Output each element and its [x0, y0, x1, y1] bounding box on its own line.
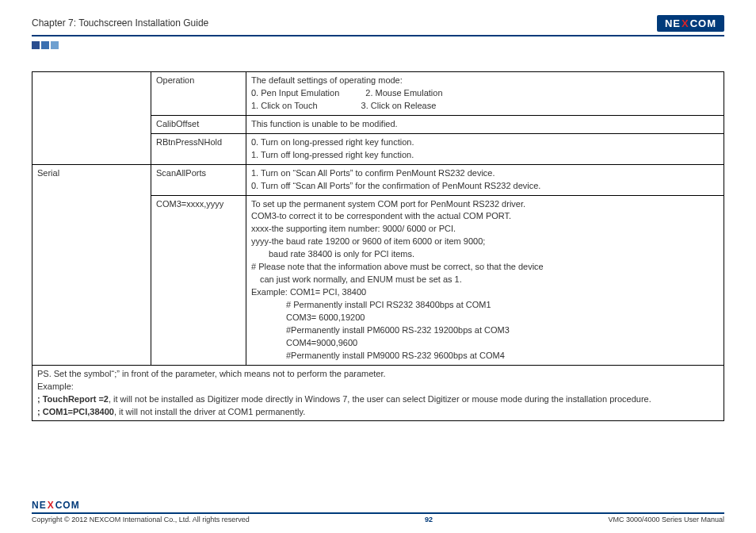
page-number: 92 — [425, 516, 433, 523]
desc-line: COM4=9000,9600 — [251, 338, 357, 347]
cell-note: PS. Set the symbol“;” in front of the pa… — [32, 365, 724, 421]
desc-line: 0. Pen Input Emulation 2. Mouse Emulatio… — [251, 88, 443, 98]
desc-line: To set up the permanent system COM port … — [251, 199, 525, 209]
desc-line: # Permanently install PCI RS232 38400bps… — [251, 300, 491, 309]
table-row-note: PS. Set the symbol“;” in front of the pa… — [32, 365, 724, 421]
desc-line: #Permanently install PM9000 RS-232 9600b… — [251, 351, 505, 360]
desc-line: 1. Click on Touch 3. Click on Release — [251, 101, 436, 110]
header-rule — [32, 35, 724, 36]
cell-param: CalibOffset — [151, 115, 246, 133]
cell-desc: This function is unable to be modified. — [246, 115, 724, 133]
desc-line: 0. Turn off “Scan All Ports” for the con… — [251, 181, 540, 190]
logo-pre: NE — [665, 17, 681, 29]
chapter-title: Chapter 7: Touchscreen Installation Guid… — [32, 17, 208, 29]
desc-line: This function is unable to be modified. — [251, 119, 398, 128]
content-area: Operation The default settings of operat… — [32, 71, 724, 421]
logo-pre: NE — [32, 500, 47, 511]
desc-line: yyyy-the baud rate 19200 or 9600 of item… — [251, 236, 485, 246]
desc-line: COM3= 6000,19200 — [251, 313, 365, 322]
desc-line: can just work normally, and ENUM must be… — [251, 274, 462, 284]
note-bold: ; TouchReport =2 — [37, 394, 109, 404]
desc-line: 1. Turn on “Scan All Ports” to confirm P… — [251, 168, 495, 178]
footer-rule — [32, 512, 724, 514]
table-row: Operation The default settings of operat… — [32, 72, 724, 116]
logo-bottom: NEXCOM — [32, 500, 724, 511]
cell-param: Operation — [151, 72, 246, 116]
cell-category — [32, 72, 151, 165]
cell-param: COM3=xxxx,yyyy — [151, 195, 246, 365]
desc-line: #Permanently install PM6000 RS-232 19200… — [251, 325, 510, 335]
note-line: PS. Set the symbol“;” in front of the pa… — [37, 369, 386, 378]
desc-line: 1. Turn off long-pressed right key funct… — [251, 150, 414, 159]
cell-param: ScanAllPorts — [151, 164, 246, 195]
logo-x: X — [48, 500, 55, 511]
decorative-squares — [32, 41, 724, 49]
settings-table: Operation The default settings of operat… — [32, 71, 724, 421]
note-rest: , it will not be installed as Digitizer … — [109, 394, 651, 404]
cell-desc: The default settings of operating mode: … — [246, 72, 724, 116]
desc-line: 0. Turn on long-pressed right key functi… — [251, 137, 414, 147]
note-line: Example: — [37, 382, 74, 391]
desc-line: # Please note that the information above… — [251, 262, 544, 271]
cell-category: Serial — [32, 164, 151, 365]
cell-desc: 1. Turn on “Scan All Ports” to confirm P… — [246, 164, 724, 195]
desc-line: COM3-to correct it to be correspondent w… — [251, 211, 511, 220]
desc-line: baud rate 38400 is only for PCI items. — [251, 249, 414, 259]
logo-post: COM — [55, 500, 80, 511]
logo-post: COM — [690, 17, 716, 29]
note-bold: ; COM1=PCI,38400 — [37, 407, 114, 416]
copyright: Copyright © 2012 NEXCOM International Co… — [32, 516, 250, 523]
desc-line: Example: COM1= PCI, 38400 — [251, 287, 366, 297]
logo-top: NEXCOM — [657, 15, 724, 32]
cell-desc: To set up the permanent system COM port … — [246, 195, 724, 365]
cell-desc: 0. Turn on long-pressed right key functi… — [246, 133, 724, 164]
table-row: Serial ScanAllPorts 1. Turn on “Scan All… — [32, 164, 724, 195]
cell-param: RBtnPressNHold — [151, 133, 246, 164]
desc-line: The default settings of operating mode: — [251, 75, 403, 85]
logo-x: X — [682, 17, 689, 29]
note-rest: , it will not install the driver at COM1… — [114, 407, 305, 416]
footer: NEXCOM Copyright © 2012 NEXCOM Internati… — [32, 500, 724, 523]
manual-name: VMC 3000/4000 Series User Manual — [608, 516, 724, 523]
desc-line: xxxx-the supporting item number: 9000/ 6… — [251, 224, 456, 233]
